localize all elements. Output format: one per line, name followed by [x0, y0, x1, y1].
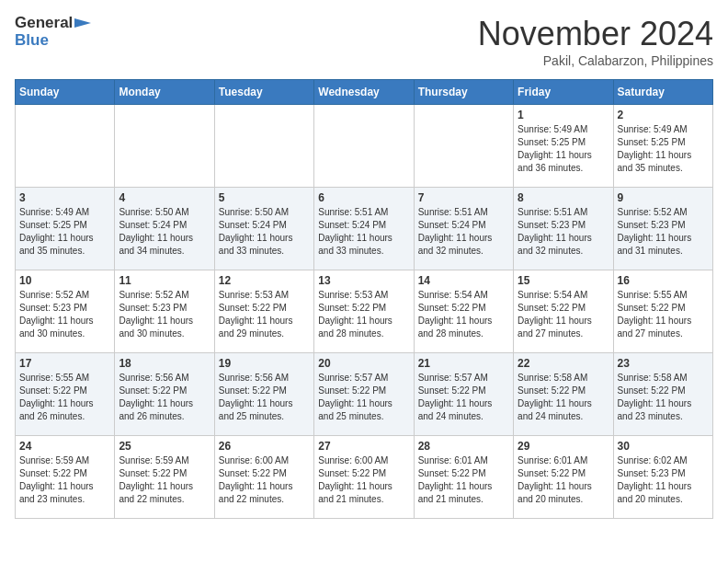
day-info: Sunrise: 5:56 AM Sunset: 5:22 PM Dayligh… — [219, 372, 310, 423]
svg-marker-0 — [74, 18, 91, 28]
day-info: Sunrise: 5:49 AM Sunset: 5:25 PM Dayligh… — [618, 123, 709, 175]
calendar-cell: 5Sunrise: 5:50 AM Sunset: 5:24 PM Daylig… — [214, 188, 313, 270]
day-number: 25 — [119, 440, 210, 453]
day-info: Sunrise: 6:01 AM Sunset: 5:22 PM Dayligh… — [418, 454, 509, 506]
logo-blue: Blue — [15, 31, 49, 49]
day-number: 27 — [318, 440, 409, 453]
day-number: 6 — [318, 191, 409, 204]
calendar-cell: 16Sunrise: 5:55 AM Sunset: 5:22 PM Dayli… — [613, 270, 712, 353]
calendar-cell: 19Sunrise: 5:56 AM Sunset: 5:22 PM Dayli… — [214, 353, 313, 436]
day-number: 21 — [418, 357, 509, 370]
day-number: 26 — [219, 440, 310, 453]
day-info: Sunrise: 5:50 AM Sunset: 5:24 PM Dayligh… — [219, 206, 310, 258]
day-number: 23 — [618, 357, 709, 370]
calendar-cell: 28Sunrise: 6:01 AM Sunset: 5:22 PM Dayli… — [414, 436, 513, 519]
logo-arrow-icon — [74, 15, 91, 31]
location: Pakil, Calabarzon, Philippines — [478, 53, 713, 68]
day-info: Sunrise: 5:53 AM Sunset: 5:22 PM Dayligh… — [219, 289, 310, 340]
day-number: 30 — [618, 440, 709, 453]
day-number: 20 — [318, 357, 409, 370]
day-number: 13 — [318, 274, 409, 287]
calendar-cell: 23Sunrise: 5:58 AM Sunset: 5:22 PM Dayli… — [613, 353, 712, 436]
calendar-cell: 14Sunrise: 5:54 AM Sunset: 5:22 PM Dayli… — [414, 270, 513, 353]
day-info: Sunrise: 5:51 AM Sunset: 5:24 PM Dayligh… — [418, 206, 509, 258]
calendar-week-4: 17Sunrise: 5:55 AM Sunset: 5:22 PM Dayli… — [16, 353, 713, 436]
day-number: 12 — [219, 274, 310, 287]
day-info: Sunrise: 5:49 AM Sunset: 5:25 PM Dayligh… — [518, 123, 609, 175]
calendar-cell: 27Sunrise: 6:00 AM Sunset: 5:22 PM Dayli… — [314, 436, 414, 519]
logo: General Blue — [15, 15, 91, 49]
day-header-sunday: Sunday — [16, 80, 115, 105]
day-header-friday: Friday — [514, 80, 613, 105]
calendar-cell: 10Sunrise: 5:52 AM Sunset: 5:23 PM Dayli… — [16, 270, 115, 353]
calendar-cell — [115, 105, 214, 188]
day-number: 17 — [19, 357, 110, 370]
day-info: Sunrise: 5:55 AM Sunset: 5:22 PM Dayligh… — [618, 289, 709, 340]
day-number: 14 — [418, 274, 509, 287]
calendar-cell: 8Sunrise: 5:51 AM Sunset: 5:23 PM Daylig… — [514, 188, 613, 270]
calendar-cell: 3Sunrise: 5:49 AM Sunset: 5:25 PM Daylig… — [16, 188, 115, 270]
calendar-cell: 17Sunrise: 5:55 AM Sunset: 5:22 PM Dayli… — [16, 353, 115, 436]
day-number: 1 — [518, 109, 609, 121]
month-title: November 2024 — [478, 15, 713, 53]
calendar-cell: 2Sunrise: 5:49 AM Sunset: 5:25 PM Daylig… — [613, 105, 712, 188]
day-info: Sunrise: 6:00 AM Sunset: 5:22 PM Dayligh… — [219, 454, 310, 506]
day-info: Sunrise: 5:59 AM Sunset: 5:22 PM Dayligh… — [19, 454, 110, 506]
day-info: Sunrise: 5:51 AM Sunset: 5:23 PM Dayligh… — [518, 206, 609, 258]
calendar-cell: 4Sunrise: 5:50 AM Sunset: 5:24 PM Daylig… — [115, 188, 214, 270]
calendar-week-1: 1Sunrise: 5:49 AM Sunset: 5:25 PM Daylig… — [16, 105, 713, 188]
day-info: Sunrise: 5:49 AM Sunset: 5:25 PM Dayligh… — [19, 206, 110, 258]
day-number: 7 — [418, 191, 509, 204]
day-number: 10 — [19, 274, 110, 287]
calendar-cell — [214, 105, 313, 188]
day-number: 5 — [219, 191, 310, 204]
day-info: Sunrise: 5:54 AM Sunset: 5:22 PM Dayligh… — [518, 289, 609, 340]
day-number: 9 — [618, 191, 709, 204]
calendar-cell: 11Sunrise: 5:52 AM Sunset: 5:23 PM Dayli… — [115, 270, 214, 353]
day-info: Sunrise: 5:59 AM Sunset: 5:22 PM Dayligh… — [119, 454, 210, 506]
calendar-cell: 24Sunrise: 5:59 AM Sunset: 5:22 PM Dayli… — [16, 436, 115, 519]
calendar-cell: 30Sunrise: 6:02 AM Sunset: 5:23 PM Dayli… — [613, 436, 712, 519]
calendar-cell: 25Sunrise: 5:59 AM Sunset: 5:22 PM Dayli… — [115, 436, 214, 519]
logo-general: General — [15, 15, 73, 32]
day-number: 28 — [418, 440, 509, 453]
day-number: 16 — [618, 274, 709, 287]
day-number: 18 — [119, 357, 210, 370]
day-number: 8 — [518, 191, 609, 204]
day-info: Sunrise: 5:52 AM Sunset: 5:23 PM Dayligh… — [618, 206, 709, 258]
calendar-cell: 9Sunrise: 5:52 AM Sunset: 5:23 PM Daylig… — [613, 188, 712, 270]
day-info: Sunrise: 5:53 AM Sunset: 5:22 PM Dayligh… — [318, 289, 409, 340]
day-number: 2 — [618, 109, 709, 121]
day-info: Sunrise: 5:51 AM Sunset: 5:24 PM Dayligh… — [318, 206, 409, 258]
day-info: Sunrise: 5:52 AM Sunset: 5:23 PM Dayligh… — [119, 289, 210, 340]
day-header-tuesday: Tuesday — [214, 80, 313, 105]
calendar-cell: 12Sunrise: 5:53 AM Sunset: 5:22 PM Dayli… — [214, 270, 313, 353]
day-header-monday: Monday — [115, 80, 214, 105]
calendar-cell: 22Sunrise: 5:58 AM Sunset: 5:22 PM Dayli… — [514, 353, 613, 436]
calendar-week-5: 24Sunrise: 5:59 AM Sunset: 5:22 PM Dayli… — [16, 436, 713, 519]
title-block: November 2024 Pakil, Calabarzon, Philipp… — [478, 15, 713, 68]
day-info: Sunrise: 5:58 AM Sunset: 5:22 PM Dayligh… — [618, 372, 709, 423]
calendar-cell: 18Sunrise: 5:56 AM Sunset: 5:22 PM Dayli… — [115, 353, 214, 436]
day-info: Sunrise: 5:52 AM Sunset: 5:23 PM Dayligh… — [19, 289, 110, 340]
day-number: 22 — [518, 357, 609, 370]
calendar-cell: 7Sunrise: 5:51 AM Sunset: 5:24 PM Daylig… — [414, 188, 513, 270]
day-info: Sunrise: 5:57 AM Sunset: 5:22 PM Dayligh… — [418, 372, 509, 423]
logo-text-block: General Blue — [15, 15, 91, 49]
day-info: Sunrise: 5:57 AM Sunset: 5:22 PM Dayligh… — [318, 372, 409, 423]
day-number: 29 — [518, 440, 609, 453]
day-info: Sunrise: 5:54 AM Sunset: 5:22 PM Dayligh… — [418, 289, 509, 340]
calendar-cell: 26Sunrise: 6:00 AM Sunset: 5:22 PM Dayli… — [214, 436, 313, 519]
calendar-cell: 15Sunrise: 5:54 AM Sunset: 5:22 PM Dayli… — [514, 270, 613, 353]
calendar-cell — [16, 105, 115, 188]
day-info: Sunrise: 6:01 AM Sunset: 5:22 PM Dayligh… — [518, 454, 609, 506]
day-info: Sunrise: 5:50 AM Sunset: 5:24 PM Dayligh… — [119, 206, 210, 258]
day-info: Sunrise: 6:00 AM Sunset: 5:22 PM Dayligh… — [318, 454, 409, 506]
day-number: 24 — [19, 440, 110, 453]
calendar-week-3: 10Sunrise: 5:52 AM Sunset: 5:23 PM Dayli… — [16, 270, 713, 353]
calendar-header-row: SundayMondayTuesdayWednesdayThursdayFrid… — [16, 80, 713, 105]
day-number: 19 — [219, 357, 310, 370]
calendar-cell — [414, 105, 513, 188]
day-info: Sunrise: 6:02 AM Sunset: 5:23 PM Dayligh… — [618, 454, 709, 506]
calendar-table: SundayMondayTuesdayWednesdayThursdayFrid… — [15, 79, 713, 519]
